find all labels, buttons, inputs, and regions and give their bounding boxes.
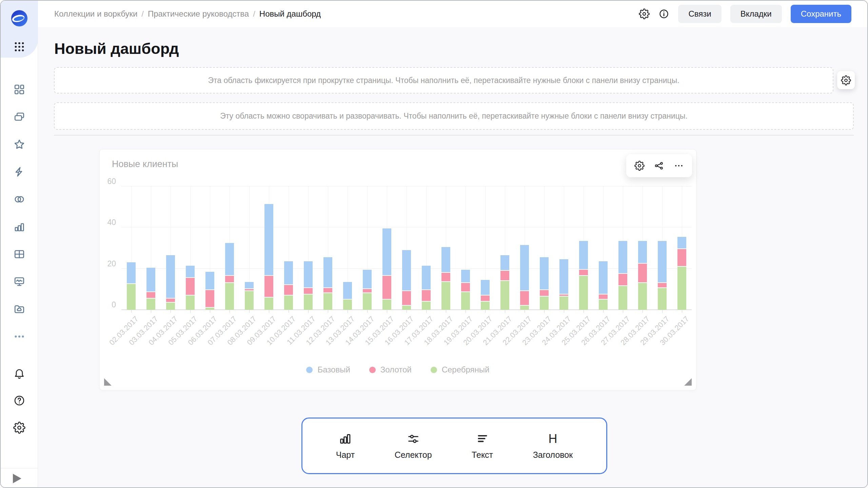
bar-segment[interactable]: [599, 300, 608, 310]
chart-widget[interactable]: Новые клиенты 0204060 02.03.201703.03.20…: [99, 149, 696, 390]
bar-segment[interactable]: [540, 290, 549, 296]
bar-segment[interactable]: [579, 276, 588, 310]
bar-segment[interactable]: [166, 255, 175, 298]
bar-segment[interactable]: [323, 288, 332, 293]
bar-segment[interactable]: [422, 290, 431, 301]
stacked-bar[interactable]: [245, 282, 254, 310]
bar-segment[interactable]: [422, 266, 431, 290]
bar-segment[interactable]: [500, 271, 509, 281]
stacked-bar[interactable]: [677, 237, 686, 310]
stacked-bar[interactable]: [343, 282, 352, 310]
bar-segment[interactable]: [540, 297, 549, 310]
bar-segment[interactable]: [658, 283, 667, 288]
bar-segment[interactable]: [638, 241, 647, 264]
bar-segment[interactable]: [284, 261, 293, 285]
bar-segment[interactable]: [343, 300, 352, 310]
bar-segment[interactable]: [205, 272, 214, 290]
stacked-bar[interactable]: [146, 268, 155, 310]
bar-segment[interactable]: [658, 288, 667, 310]
stacked-bar[interactable]: [284, 261, 293, 310]
datalens-logo[interactable]: [11, 10, 28, 27]
bar-segment[interactable]: [245, 291, 254, 310]
bar-segment[interactable]: [284, 296, 293, 310]
bar-segment[interactable]: [264, 204, 273, 276]
bar-segment[interactable]: [225, 283, 234, 310]
sidebar-item-more-dots-icon[interactable]: [13, 330, 25, 343]
sidebar-item-linked-circles-icon[interactable]: [13, 193, 25, 205]
resize-handle-bottom-right[interactable]: [684, 378, 692, 386]
stacked-bar[interactable]: [363, 270, 372, 310]
stacked-bar[interactable]: [186, 266, 195, 310]
fixed-area-placeholder[interactable]: Эта область фиксируется при прокрутке ст…: [54, 67, 833, 94]
bar-segment[interactable]: [284, 285, 293, 295]
bar-segment[interactable]: [382, 228, 391, 276]
stacked-bar[interactable]: [422, 266, 431, 310]
bar-segment[interactable]: [422, 302, 431, 310]
bar-segment[interactable]: [363, 293, 372, 310]
bar-segment[interactable]: [186, 296, 195, 310]
bar-segment[interactable]: [245, 282, 254, 289]
bar-segment[interactable]: [166, 299, 175, 303]
expand-sidebar-icon[interactable]: [13, 474, 21, 483]
bar-segment[interactable]: [677, 237, 686, 249]
bar-segment[interactable]: [382, 300, 391, 310]
bar-segment[interactable]: [304, 294, 313, 310]
bar-segment[interactable]: [500, 255, 509, 271]
bar-segment[interactable]: [264, 298, 273, 310]
bar-segment[interactable]: [481, 280, 490, 296]
collapsible-area-placeholder[interactable]: Эту область можно сворачивать и разворач…: [54, 102, 854, 130]
bar-segment[interactable]: [599, 261, 608, 294]
bar-segment[interactable]: [441, 247, 450, 273]
bar-segment[interactable]: [402, 250, 411, 291]
widget-more-icon[interactable]: [674, 161, 684, 171]
topbar-info-icon[interactable]: [658, 8, 669, 19]
sidebar-item-bell-icon[interactable]: [13, 367, 25, 380]
bar-segment[interactable]: [402, 306, 411, 310]
bar-segment[interactable]: [304, 288, 313, 294]
bar-segment[interactable]: [205, 308, 214, 310]
bar-segment[interactable]: [441, 282, 450, 310]
legend-item[interactable]: Золотой: [369, 365, 412, 374]
bar-segment[interactable]: [461, 270, 470, 283]
sidebar-item-bar-chart-icon[interactable]: [13, 221, 25, 233]
breadcrumb-item[interactable]: Практические руководства: [148, 9, 249, 19]
bar-segment[interactable]: [343, 282, 352, 300]
bar-segment[interactable]: [559, 259, 568, 294]
stacked-bar[interactable]: [658, 241, 667, 310]
stacked-bar[interactable]: [402, 250, 411, 310]
sidebar-item-collections-icon[interactable]: [13, 111, 25, 123]
bar-segment[interactable]: [559, 297, 568, 310]
bar-segment[interactable]: [638, 264, 647, 283]
stacked-bar[interactable]: [579, 241, 588, 310]
add-block-heading-block[interactable]: HЗаголовок: [533, 432, 573, 460]
bar-segment[interactable]: [186, 278, 195, 296]
bar-segment[interactable]: [146, 268, 155, 292]
sidebar-item-help-icon[interactable]: [13, 394, 25, 407]
bar-segment[interactable]: [677, 249, 686, 267]
stacked-bar[interactable]: [264, 204, 273, 310]
add-block-text-block[interactable]: Текст: [472, 432, 493, 460]
add-block-selector-block[interactable]: Селектор: [395, 432, 432, 460]
bar-segment[interactable]: [638, 283, 647, 310]
legend-item[interactable]: Серебряный: [431, 365, 490, 374]
stacked-bar[interactable]: [166, 255, 175, 310]
stacked-bar[interactable]: [520, 245, 529, 310]
bar-segment[interactable]: [461, 292, 470, 310]
bar-segment[interactable]: [481, 302, 490, 310]
связи-button[interactable]: Связи: [678, 5, 721, 23]
sidebar-item-monitor-pulse-icon[interactable]: [13, 276, 25, 288]
bar-segment[interactable]: [599, 294, 608, 300]
bar-segment[interactable]: [481, 296, 490, 302]
bar-segment[interactable]: [205, 290, 214, 308]
bar-segment[interactable]: [382, 276, 391, 300]
stacked-bar[interactable]: [127, 262, 136, 310]
stacked-bar[interactable]: [441, 247, 450, 310]
bar-segment[interactable]: [225, 276, 234, 283]
bar-segment[interactable]: [363, 289, 372, 293]
stacked-bar[interactable]: [382, 228, 391, 310]
stacked-bar[interactable]: [618, 241, 627, 310]
bar-segment[interactable]: [520, 291, 529, 305]
stacked-bar[interactable]: [323, 257, 332, 310]
bar-segment[interactable]: [579, 241, 588, 270]
bar-segment[interactable]: [304, 261, 313, 288]
